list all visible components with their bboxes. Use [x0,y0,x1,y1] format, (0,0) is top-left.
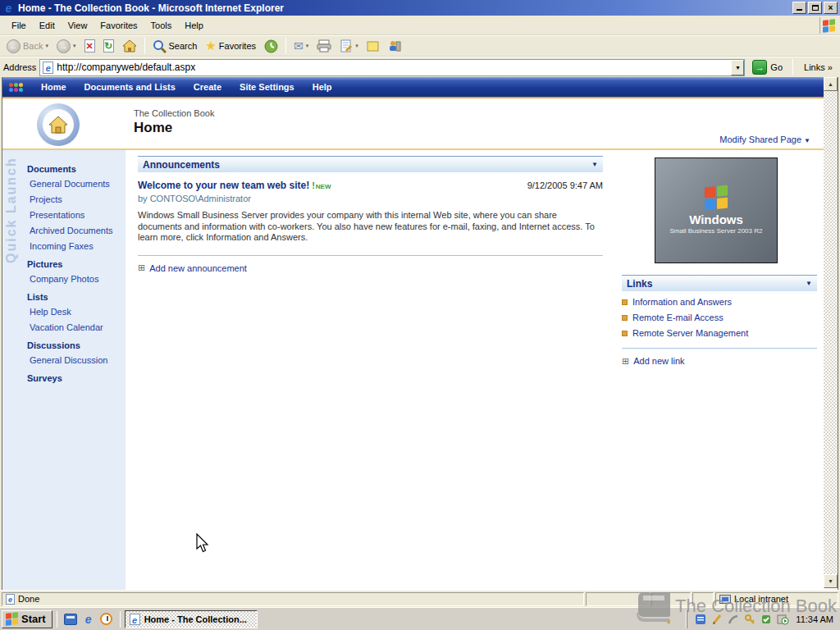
sbs-image: Windows Small Business Server 2003 R2 [655,158,778,263]
links-title: Links [627,278,806,290]
links-toolbar[interactable]: Links » [804,62,836,72]
links-header[interactable]: Links ▼ [622,275,817,291]
favorites-button[interactable]: ★ Favorites [202,37,259,55]
restore-button[interactable] [808,2,822,14]
forward-button[interactable]: → ▾ [53,38,80,55]
scroll-down-button[interactable]: ▼ [824,574,838,588]
search-button[interactable]: Search [149,38,201,55]
favorites-star-icon: ★ [205,39,216,53]
quicklaunch-show-desktop-button[interactable] [62,611,79,628]
links-caret-icon[interactable]: ▼ [806,280,812,287]
edit-dropdown-icon[interactable]: ▾ [355,43,358,49]
messenger-button[interactable] [385,38,404,54]
taskbar-clock[interactable]: 11:34 AM [796,614,833,624]
nav-create[interactable]: Create [194,82,221,92]
address-dropdown-button[interactable]: ▼ [731,60,744,75]
taskbar-task-button[interactable]: e Home - The Collection... [125,610,258,628]
stop-button[interactable]: ✕ [81,38,98,54]
sidebar-item-general-documents[interactable]: General Documents [30,179,122,189]
sidebar-header-pictures[interactable]: Pictures [27,259,122,269]
close-button[interactable]: × [824,2,838,14]
tray-pen-icon[interactable] [710,613,724,626]
add-new-announcement-link[interactable]: ⊞ Add new announcement [138,263,603,273]
back-dropdown-icon[interactable]: ▾ [45,43,48,49]
sidebar-header-documents[interactable]: Documents [27,164,122,174]
quicklaunch-ie-button[interactable]: e [80,611,97,628]
vertical-scrollbar[interactable]: ▲ ▼ [824,77,838,588]
quicklaunch-clock-button[interactable] [98,611,115,628]
tray-stylus-icon[interactable] [727,613,740,626]
menu-edit[interactable]: Edit [33,18,62,33]
edit-button[interactable]: ▾ [336,38,362,54]
nav-site-settings[interactable]: Site Settings [240,82,294,92]
bullet-icon [622,331,628,336]
tray-keys-icon[interactable] [743,613,756,626]
announcement-body: Windows Small Business Server provides y… [138,210,597,244]
home-button[interactable] [119,38,140,54]
add-new-announcement-label: Add new announcement [149,263,247,273]
nav-help[interactable]: Help [313,82,332,92]
sidebar-item-vacation-calendar[interactable]: Vacation Calendar [30,322,122,333]
announcement-item-title[interactable]: Welcome to your new team web site! [138,180,309,191]
add-new-link[interactable]: ⊞ Add new link [622,356,817,366]
link-label: Information and Answers [632,297,732,307]
link-remote-server-management[interactable]: Remote Server Management [622,328,817,338]
sidebar-item-projects[interactable]: Projects [30,194,122,205]
edit-icon [340,39,353,52]
menu-file[interactable]: File [5,18,33,33]
tray-media-icon[interactable] [776,613,789,626]
menu-view[interactable]: View [62,18,94,33]
sharepoint-nav-bar: Home Documents and Lists Create Site Set… [2,77,825,97]
sidebar-item-general-discussion[interactable]: General Discussion [30,355,122,366]
address-field[interactable]: e ▼ [39,59,745,76]
mail-button[interactable]: ✉ ▾ [290,38,312,54]
sidebar-item-incoming-faxes[interactable]: Incoming Faxes [30,241,122,252]
start-flag-icon [6,612,18,626]
announcements-header[interactable]: Announcements ▼ [138,156,603,172]
forward-dropdown-icon[interactable]: ▾ [73,43,76,49]
announcements-title: Announcements [143,159,591,171]
sidebar-header-discussions[interactable]: Discussions [27,340,122,350]
address-input[interactable] [57,61,728,75]
back-icon: ← [7,39,21,53]
system-tray: 11:34 AM [687,610,838,628]
sidebar-item-help-desk[interactable]: Help Desk [30,307,122,317]
go-label: Go [770,62,783,72]
address-label: Address [3,62,36,72]
link-information-and-answers[interactable]: Information and Answers [622,297,817,307]
sidebar-item-company-photos[interactable]: Company Photos [30,274,122,285]
nav-home[interactable]: Home [41,82,66,92]
menu-favorites[interactable]: Favorites [94,18,144,33]
print-button[interactable] [313,38,335,54]
scroll-up-button[interactable]: ▲ [824,77,838,91]
start-button[interactable]: Start [2,610,52,628]
history-icon [264,39,278,53]
sidebar-item-presentations[interactable]: Presentations [30,210,122,221]
sidebar-item-archived-documents[interactable]: Archived Documents [30,226,122,236]
refresh-button[interactable]: ↻ [100,38,117,54]
link-remote-email-access[interactable]: Remote E-mail Access [622,313,817,322]
discuss-button[interactable] [363,39,383,54]
tray-notes-icon[interactable] [694,613,707,626]
modify-shared-page-menu[interactable]: Modify Shared Page ▼ [719,135,810,144]
nav-documents-and-lists[interactable]: Documents and Lists [84,82,176,92]
toolbar-separator [285,38,286,54]
minimize-icon [797,8,802,11]
announcement-byline[interactable]: by CONTOSO\Administrator [138,194,603,203]
sidebar-header-surveys[interactable]: Surveys [27,373,122,383]
status-pane-empty [586,592,650,606]
minimize-button[interactable] [792,2,806,14]
back-button[interactable]: ← Back ▾ [3,38,52,55]
announcements-caret-icon[interactable]: ▼ [591,161,598,168]
task-ie-icon: e [130,614,140,625]
menu-help[interactable]: Help [178,18,210,33]
tray-security-icon[interactable] [760,613,773,626]
history-button[interactable] [261,38,281,55]
search-label: Search [169,41,198,51]
go-button[interactable]: → Go [748,59,787,75]
links-divider [622,348,817,349]
menu-tools[interactable]: Tools [144,18,179,33]
mail-dropdown-icon[interactable]: ▾ [306,43,309,49]
sidebar-header-lists[interactable]: Lists [27,292,122,302]
new-bang-icon: ! [312,180,315,190]
